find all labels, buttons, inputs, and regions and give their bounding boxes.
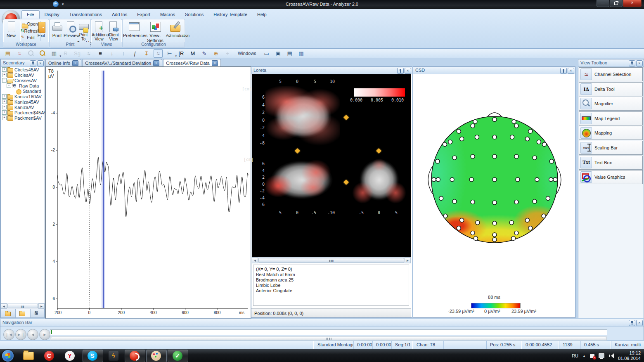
ribbon-tab-transformations[interactable]: Transformations [64, 11, 107, 19]
tree-expander-icon[interactable]: + [2, 94, 7, 99]
overlay-view-icon[interactable]: ▥▾ [50, 49, 59, 58]
ccleaner-icon[interactable]: C [44, 350, 54, 361]
tree-item-circles45av[interactable]: +Circles45AV [1, 67, 45, 72]
go-first-button[interactable]: ❘◄ [3, 329, 14, 340]
tree-item-packmen-45av[interactable]: +Packmen$45AV [1, 110, 45, 115]
tree-expander-icon[interactable]: + [2, 67, 7, 72]
scroll-thumb[interactable]: ▮▮▮ [258, 258, 404, 263]
scaling-bar-tool[interactable]: 50µVScaling Bar [579, 141, 643, 155]
close-icon[interactable]: × [636, 320, 643, 326]
tree-item-packmen-av[interactable]: +Packmen$AV [1, 115, 45, 121]
secondary-hscrollbar[interactable]: ◄▮▮► [1, 303, 45, 309]
add-cross-icon[interactable]: + [223, 49, 232, 58]
slice-marker-icon[interactable] [343, 115, 349, 120]
history-explorer-tab[interactable] [1, 309, 15, 318]
tree-expander-icon[interactable]: + [2, 73, 7, 77]
value-graphics-tool[interactable]: Value Graphics [579, 170, 643, 184]
paint-icon[interactable] [151, 350, 161, 361]
action-center-flag-icon[interactable] [590, 354, 594, 358]
additional-view-button[interactable]: Additional View▾ [92, 20, 107, 42]
average-wave-icon[interactable]: ≈ [154, 49, 163, 58]
loreta-hscrollbar[interactable]: ◄▮▮▮► [252, 257, 411, 263]
volume-icon[interactable] [608, 353, 614, 358]
scroll-right-icon[interactable]: ► [38, 303, 45, 309]
document-tab[interactable]: Online Info× [45, 59, 81, 66]
tree-expander-icon[interactable]: + [2, 99, 7, 104]
tab-close-icon[interactable]: × [153, 60, 159, 66]
tree-item-standard[interactable]: Standard [1, 88, 45, 94]
delta-tool-tool[interactable]: IΔDelta Tool [579, 82, 643, 96]
tree-expander-icon[interactable]: + [2, 116, 7, 120]
tree-item-kaniza180av[interactable]: +Kaniza180AV [1, 94, 45, 99]
winamp-icon[interactable]: ϟ [108, 350, 119, 361]
secondary-panel-header[interactable]: Secondary × [1, 59, 45, 67]
paste-icon[interactable]: ▤ [3, 49, 12, 58]
close-button[interactable]: × [623, 0, 642, 7]
clock[interactable]: 19:1201.09.2014 [618, 350, 643, 361]
arrow-down-icon[interactable]: ↓ [107, 49, 116, 58]
workspace-explorer-tab[interactable] [15, 309, 30, 318]
channel-selection-tool[interactable]: ≈Channel Selection [579, 67, 643, 81]
view-settings-button[interactable]: View-Settings [144, 20, 166, 42]
scroll-right-icon[interactable]: ► [405, 258, 411, 263]
restore-button[interactable] [610, 0, 623, 7]
baseline-tool-icon[interactable]: ↧ [142, 49, 151, 58]
slice-marker-icon[interactable] [295, 148, 300, 154]
close-icon[interactable]: × [37, 60, 44, 66]
zoom-out-icon[interactable] [26, 49, 36, 58]
coronal-slice[interactable] [351, 155, 407, 209]
window-cascade-icon[interactable]: ▣ [274, 49, 283, 58]
go-next-button[interactable]: ► [39, 329, 50, 340]
window-tile-horizontal-icon[interactable]: ▤ [285, 49, 294, 58]
tree-item-kaniza45av[interactable]: +Kaniza45AV [1, 99, 45, 104]
new-button[interactable]: New [4, 20, 19, 42]
pin-icon[interactable] [397, 68, 404, 74]
montage-waves-icon[interactable]: ≡ [96, 49, 105, 58]
magnifier-tool[interactable]: Magnifier [579, 97, 643, 111]
tree-item-circlesav[interactable]: +CirclesAV [1, 72, 45, 78]
rotate-sphere-icon[interactable]: ⊕ [211, 49, 220, 58]
ribbon-tab-history-template[interactable]: History Template [208, 11, 252, 19]
bracket-r-icon[interactable]: [R [177, 49, 186, 58]
pin-icon[interactable] [629, 320, 635, 326]
reference-tool-icon[interactable]: R [61, 49, 70, 58]
montage-explorer-tab[interactable] [30, 309, 45, 318]
print-to-graphics-button[interactable]: Print To Graphics [77, 20, 90, 42]
signal-display-icon[interactable]: ≈ [15, 49, 24, 58]
scroll-thumb[interactable]: ▮▮ [7, 304, 38, 308]
administration-button[interactable]: Administration [166, 20, 184, 42]
loreta-panel-header[interactable]: Loreta × [251, 67, 412, 74]
ribbon-tab-solutions[interactable]: Solutions [180, 11, 208, 19]
sagittal-slice[interactable] [265, 155, 341, 209]
explorer-icon[interactable] [23, 350, 34, 361]
arrow-up-icon[interactable]: ↑ [119, 49, 128, 58]
pin-icon[interactable] [560, 68, 567, 74]
slice-marker-icon[interactable] [376, 148, 381, 154]
tree-item-raw-data[interactable]: −Raw Data [1, 83, 45, 88]
print-button[interactable]: Print [50, 20, 64, 42]
window-new-icon[interactable]: ▭ [262, 49, 271, 58]
preferences-button[interactable]: Preferences [123, 20, 144, 42]
go-last-button[interactable]: ►❘ [15, 329, 26, 340]
ribbon-tab-add-ins[interactable]: Add Ins [107, 11, 132, 19]
client-view-button[interactable]: Client View▾ [107, 20, 121, 42]
ribbon-tab-display[interactable]: Display [40, 11, 64, 19]
wave-cursor-icon[interactable]: ƒ [130, 49, 140, 58]
topographic-map[interactable] [414, 74, 574, 299]
interval-tool-icon[interactable]: ⊢▾ [165, 49, 174, 58]
close-icon[interactable]: × [636, 60, 643, 66]
marker-m-icon[interactable]: M [188, 49, 197, 58]
tree-expander-icon[interactable]: + [2, 105, 7, 109]
go-previous-button[interactable]: ◄ [27, 329, 38, 340]
document-tab[interactable]: CrossesAV/Raw Data× [163, 59, 221, 66]
network-icon[interactable] [599, 353, 604, 358]
tree-item-kanizaav[interactable]: +KanizaAV [1, 104, 45, 110]
navigation-bar-header[interactable]: Navigation Bar × [0, 319, 644, 327]
pin-icon[interactable] [629, 60, 635, 66]
exit-button[interactable]: Exit [35, 20, 48, 42]
start-button[interactable] [2, 350, 14, 362]
close-icon[interactable]: × [568, 68, 574, 74]
tab-close-icon[interactable]: × [212, 60, 218, 66]
eeg-waveform-panel[interactable]: T8 µV -4-20246-2000200400600800ms [45, 66, 251, 319]
window-titlebar[interactable]: ▾ CrossesAV/Raw Data - Analyzer 2.0 — × [0, 0, 644, 9]
